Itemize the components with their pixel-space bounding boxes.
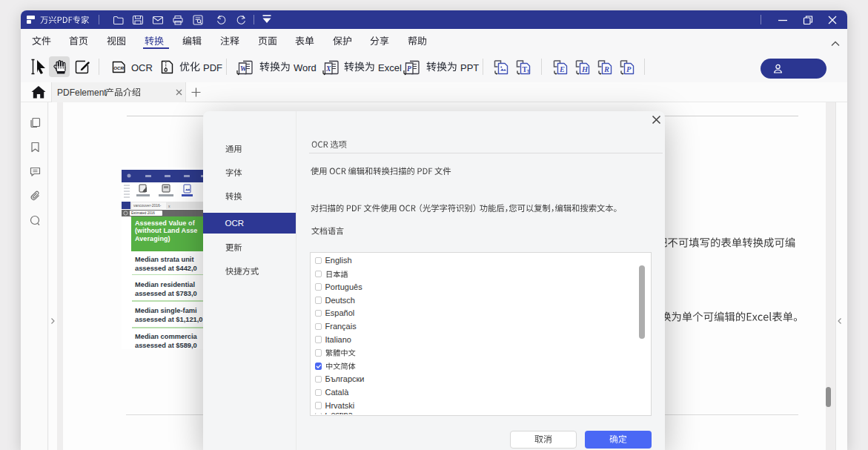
- svg-text:OCR: OCR: [113, 65, 124, 70]
- svg-text:W: W: [240, 65, 247, 73]
- svg-text:H: H: [581, 65, 589, 73]
- svg-text:P: P: [407, 65, 411, 73]
- svg-text:R: R: [603, 65, 609, 73]
- svg-text:P: P: [626, 65, 632, 73]
- svg-text:T: T: [527, 68, 531, 73]
- svg-text:X: X: [325, 65, 331, 73]
- svg-text:E: E: [559, 65, 565, 73]
